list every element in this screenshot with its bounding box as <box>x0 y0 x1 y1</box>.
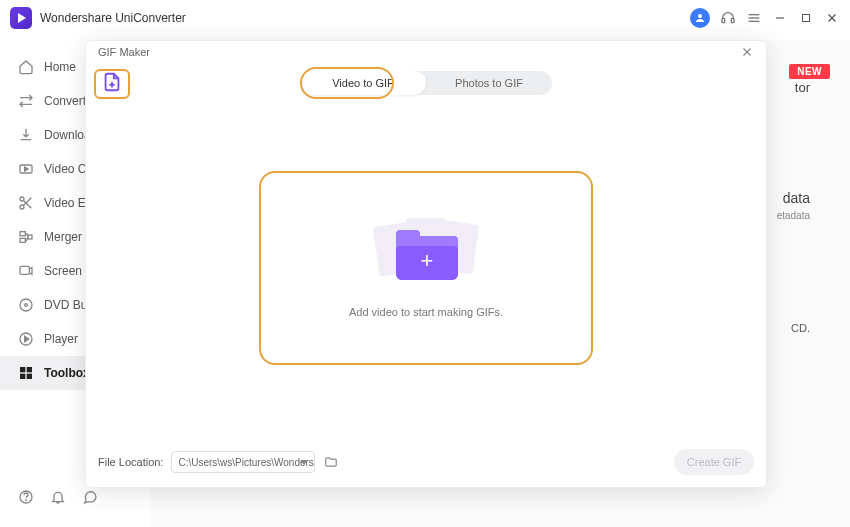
window-maximize-button[interactable] <box>798 10 814 26</box>
mode-tabs: Video to GIF Photos to GIF <box>300 71 552 95</box>
sidebar-item-label: Toolbox <box>44 366 90 380</box>
svg-rect-24 <box>20 374 25 379</box>
svg-rect-15 <box>20 232 25 236</box>
window-close-button[interactable] <box>824 10 840 26</box>
svg-point-11 <box>20 197 24 201</box>
svg-point-19 <box>20 299 32 311</box>
peek-text: tor <box>795 80 810 95</box>
titlebar: Wondershare UniConverter <box>0 0 850 36</box>
compress-icon <box>18 161 34 177</box>
sidebar-item-label: Player <box>44 332 78 346</box>
new-badge: NEW <box>789 64 830 79</box>
help-icon[interactable] <box>18 489 34 509</box>
drop-text: Add video to start making GIFs. <box>349 306 503 318</box>
peek-text: etadata <box>777 210 810 221</box>
svg-point-0 <box>698 14 702 18</box>
bell-icon[interactable] <box>50 489 66 509</box>
modal-footer: File Location: C:\Users\ws\Pictures\Wond… <box>98 449 754 475</box>
open-folder-icon[interactable] <box>323 455 339 469</box>
tab-photos-to-gif[interactable]: Photos to GIF <box>426 71 552 95</box>
download-icon <box>18 127 34 143</box>
toolbox-icon <box>18 365 34 381</box>
user-avatar-icon[interactable] <box>690 8 710 28</box>
svg-rect-25 <box>27 374 32 379</box>
add-file-button[interactable] <box>94 69 130 99</box>
svg-rect-7 <box>803 15 810 22</box>
app-title: Wondershare UniConverter <box>40 11 186 25</box>
svg-rect-18 <box>20 266 29 274</box>
record-icon <box>18 263 34 279</box>
peek-text: data <box>783 190 810 206</box>
svg-point-12 <box>20 205 24 209</box>
app-logo <box>10 7 32 29</box>
sidebar-item-label: Home <box>44 60 76 74</box>
menu-icon[interactable] <box>746 10 762 26</box>
svg-point-20 <box>25 304 28 307</box>
file-location-label: File Location: <box>98 456 163 468</box>
svg-rect-23 <box>27 367 32 372</box>
file-location-select[interactable]: C:\Users\ws\Pictures\Wonders <box>171 451 315 473</box>
svg-point-27 <box>26 500 27 501</box>
modal-header: GIF Maker <box>86 41 766 63</box>
dropzone[interactable]: + Add video to start making GIFs. <box>259 171 593 365</box>
svg-rect-17 <box>28 235 32 239</box>
convert-icon <box>18 93 34 109</box>
create-gif-button[interactable]: Create GIF <box>674 449 754 475</box>
tab-video-to-gif[interactable]: Video to GIF <box>300 71 426 95</box>
modal-title: GIF Maker <box>98 46 150 58</box>
gif-maker-modal: GIF Maker Video to GIF Photos to GIF + A… <box>85 40 767 488</box>
close-icon[interactable] <box>740 45 754 59</box>
folder-plus-icon: + <box>376 218 476 288</box>
window-minimize-button[interactable] <box>772 10 788 26</box>
svg-rect-16 <box>20 238 25 242</box>
home-icon <box>18 59 34 75</box>
svg-rect-1 <box>722 19 725 23</box>
svg-rect-22 <box>20 367 25 372</box>
peek-text: CD. <box>791 322 810 334</box>
scissors-icon <box>18 195 34 211</box>
sidebar-item-label: Merger <box>44 230 82 244</box>
add-file-icon <box>101 71 123 97</box>
merge-icon <box>18 229 34 245</box>
titlebar-actions <box>690 8 840 28</box>
disc-icon <box>18 297 34 313</box>
svg-rect-2 <box>731 19 734 23</box>
support-headset-icon[interactable] <box>720 10 736 26</box>
file-location-value: C:\Users\ws\Pictures\Wonders <box>178 457 313 468</box>
play-icon <box>18 331 34 347</box>
chat-icon[interactable] <box>82 489 98 509</box>
